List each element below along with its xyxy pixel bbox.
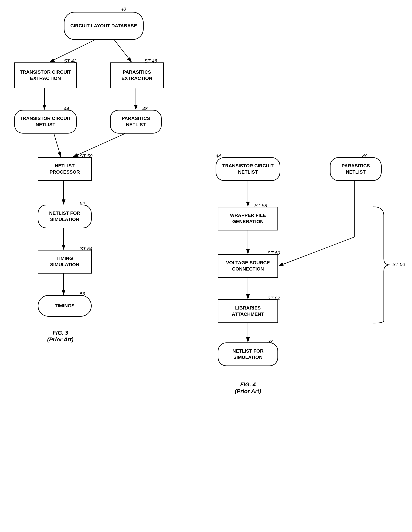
ref-44: 44 [64, 106, 69, 112]
transistor-netlist-label: TRANSISTOR CIRCUITNETLIST [20, 115, 71, 128]
netlist-processor-node: NETLISTPROCESSOR [38, 157, 92, 181]
netlist-sim-label-fig4: NETLIST FORSIMULATION [232, 348, 264, 360]
ref-st62: ST 62 [267, 295, 280, 301]
timing-simulation-label: TIMINGSIMULATION [50, 256, 79, 268]
ref-56: 56 [80, 291, 85, 297]
ref-st54: ST 54 [80, 246, 92, 252]
transistor-netlist-node: TRANSISTOR CIRCUITNETLIST [14, 110, 77, 133]
diagram-container: CIRCUIT LAYOUT DATABASE 40 TRANSISTOR CI… [0, 0, 412, 532]
netlist-processor-label: NETLISTPROCESSOR [49, 163, 80, 175]
voltage-source-label: VOLTAGE SOURCECONNECTION [226, 260, 270, 272]
transistor-extraction-node: TRANSISTOR CIRCUITEXTRACTION [14, 62, 77, 88]
parasitics-netlist-node: PARASITICSNETLIST [110, 110, 162, 133]
ref-st58: ST 58 [255, 203, 267, 209]
fig4-label: FIG. 4 (Prior Art) [216, 381, 280, 395]
svg-line-13 [279, 237, 355, 266]
parasitics-extraction-label: PARASITICSEXTRACTION [122, 69, 152, 81]
ref-40: 40 [121, 7, 126, 12]
parasitics-extraction-node: PARASITICSEXTRACTION [110, 62, 164, 88]
fig3-label: FIG. 3 (Prior Art) [30, 330, 90, 343]
voltage-source-node: VOLTAGE SOURCECONNECTION [218, 254, 278, 278]
fig3-title: FIG. 3 [30, 330, 90, 336]
ref-52-fig3: 52 [80, 201, 85, 206]
ref-52-fig4: 52 [267, 339, 273, 344]
svg-line-2 [114, 40, 131, 62]
ref-st50-fig3: ST 50 [80, 153, 92, 159]
svg-line-5 [54, 133, 61, 157]
parasitics-netlist-label: PARASITICSNETLIST [122, 115, 150, 128]
ref-st60: ST 60 [267, 250, 280, 256]
fig4-subtitle: (Prior Art) [216, 388, 280, 395]
wrapper-file-gen-node: WRAPPER FILEGENERATION [218, 207, 278, 230]
transistor-netlist-label-2: TRANSISTOR CIRCUITNETLIST [222, 163, 274, 175]
circuit-layout-db-node: CIRCUIT LAYOUT DATABASE [64, 12, 144, 40]
ref-48: 48 [142, 106, 147, 112]
ref-48-fig4: 48 [362, 153, 367, 159]
circuit-layout-db-label: CIRCUIT LAYOUT DATABASE [70, 23, 137, 29]
transistor-netlist-node-2: TRANSISTOR CIRCUITNETLIST [216, 157, 280, 181]
ref-44-fig4: 44 [216, 153, 221, 159]
libraries-attachment-label: LIBRARIESATTACHMENT [232, 305, 264, 317]
ref-st42: ST 42 [64, 58, 77, 64]
timing-simulation-node: TIMINGSIMULATION [38, 250, 92, 274]
netlist-sim-node-fig3: NETLIST FORSIMULATION [38, 205, 92, 228]
wrapper-file-gen-label: WRAPPER FILEGENERATION [230, 212, 266, 225]
netlist-sim-node-fig4: NETLIST FORSIMULATION [218, 342, 278, 366]
timings-label: TIMINGS [55, 303, 75, 309]
parasitics-netlist-node-2: PARASITICSNETLIST [330, 157, 382, 181]
ref-st50-fig4: ST 50 [392, 262, 405, 267]
parasitics-netlist-label-2: PARASITICSNETLIST [342, 163, 370, 175]
fig4-title: FIG. 4 [216, 381, 280, 388]
libraries-attachment-node: LIBRARIESATTACHMENT [218, 299, 278, 323]
netlist-sim-label-fig3: NETLIST FORSIMULATION [49, 210, 80, 222]
ref-st46: ST 46 [145, 58, 157, 64]
timings-node: TIMINGS [38, 295, 92, 317]
transistor-extraction-label: TRANSISTOR CIRCUITEXTRACTION [20, 69, 71, 81]
fig3-subtitle: (Prior Art) [30, 336, 90, 343]
